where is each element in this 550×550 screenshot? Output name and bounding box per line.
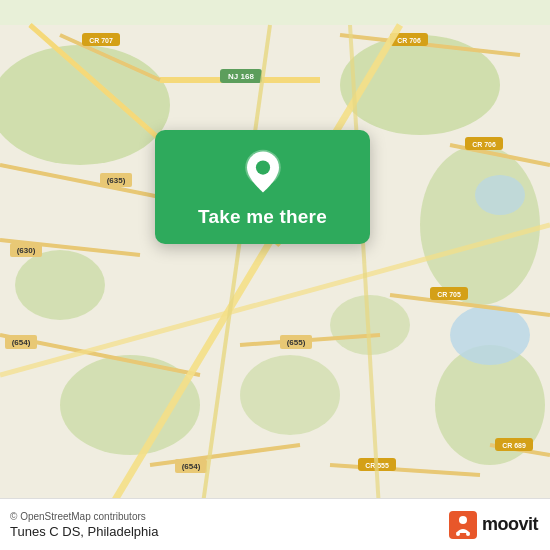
svg-rect-55: [449, 511, 477, 539]
location-pin-icon: [239, 148, 287, 196]
moovit-logo: moovit: [449, 511, 538, 539]
svg-text:(635): (635): [107, 176, 126, 185]
svg-text:CR 689: CR 689: [502, 442, 526, 449]
bottom-bar: © OpenStreetMap contributors Tunes C DS,…: [0, 498, 550, 550]
svg-text:(655): (655): [287, 338, 306, 347]
svg-text:CR 707: CR 707: [89, 37, 113, 44]
svg-point-3: [420, 145, 540, 305]
moovit-brand-text: moovit: [482, 514, 538, 535]
svg-point-6: [240, 355, 340, 435]
svg-text:(630): (630): [17, 246, 36, 255]
location-card[interactable]: Take me there: [155, 130, 370, 244]
svg-text:NJ 168: NJ 168: [228, 72, 254, 81]
svg-point-10: [475, 175, 525, 215]
take-me-there-button[interactable]: Take me there: [198, 206, 327, 228]
svg-text:(654): (654): [182, 462, 201, 471]
svg-text:(654): (654): [12, 338, 31, 347]
map-background: NJ 168 CR 707 CR 706 CR 706 (635) (630) …: [0, 0, 550, 550]
svg-text:CR 706: CR 706: [397, 37, 421, 44]
svg-point-58: [466, 532, 470, 536]
bottom-left-info: © OpenStreetMap contributors Tunes C DS,…: [10, 511, 158, 539]
svg-point-7: [15, 250, 105, 320]
moovit-brand-icon: [449, 511, 477, 539]
map-container: NJ 168 CR 707 CR 706 CR 706 (635) (630) …: [0, 0, 550, 550]
location-label: Tunes C DS, Philadelphia: [10, 524, 158, 539]
svg-text:CR 705: CR 705: [437, 291, 461, 298]
map-attribution: © OpenStreetMap contributors: [10, 511, 158, 522]
svg-point-57: [456, 532, 460, 536]
svg-point-54: [255, 160, 269, 174]
svg-point-56: [459, 516, 467, 524]
svg-point-9: [450, 305, 530, 365]
svg-text:CR 706: CR 706: [472, 141, 496, 148]
